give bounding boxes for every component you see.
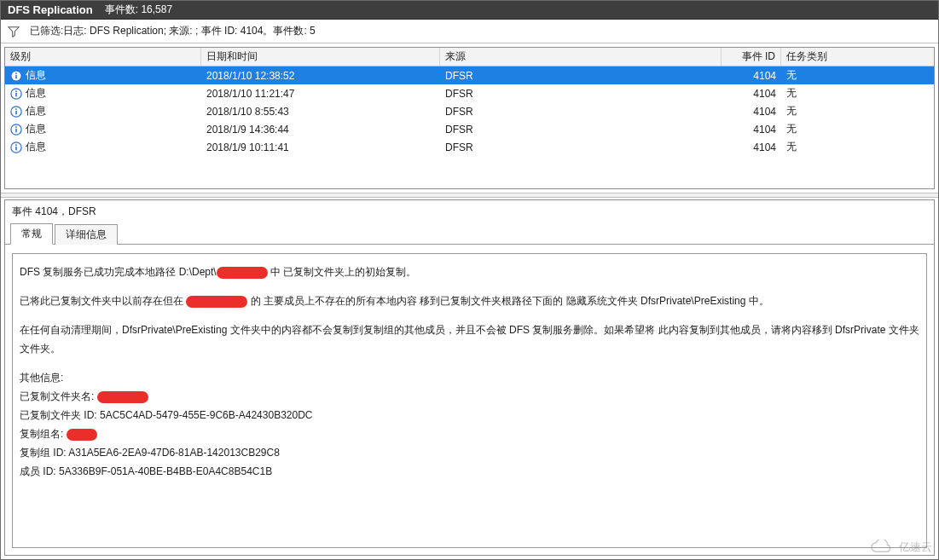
svg-rect-8 [15,108,17,110]
cell-level: 信息 [5,102,201,120]
cell-task-category: 无 [781,102,934,120]
msg-p1b: 中 已复制文件夹上的初始复制。 [270,266,416,278]
msg-other-label: 其他信息: [20,368,919,387]
info-icon [10,106,22,118]
cell-datetime: 2018/1/10 11:21:47 [201,84,440,102]
cell-datetime: 2018/1/9 14:36:44 [201,120,440,138]
svg-rect-11 [15,126,17,128]
svg-rect-1 [15,74,17,78]
cell-task-category: 无 [781,66,934,84]
cell-task-category: 无 [781,84,934,102]
cell-level-text: 信息 [26,104,46,118]
msg-folder-name-label: 已复制文件夹名: [20,390,94,402]
table-row[interactable]: 信息2018/1/10 12:38:52DFSR4104无 [5,66,934,84]
pane-splitter[interactable] [1,193,938,198]
cell-source: DFSR [440,120,722,138]
svg-rect-2 [15,72,17,74]
cell-source: DFSR [440,66,722,84]
cell-event-id: 4104 [722,120,781,138]
details-body: DFS 复制服务已成功完成本地路径 D:\Dept\ 中 已复制文件夹上的初始复… [5,245,934,555]
filter-summary: 已筛选:日志: DFS Replication; 来源: ; 事件 ID: 41… [30,24,316,38]
cell-event-id: 4104 [722,84,781,102]
cell-task-category: 无 [781,138,934,156]
msg-p2a: 已将此已复制文件夹中以前存在但在 [20,295,186,307]
details-pane: 事件 4104，DFSR 常规 详细信息 DFS 复制服务已成功完成本地路径 D… [4,199,935,556]
table-row[interactable]: 信息2018/1/9 10:11:41DFSR4104无 [5,138,934,156]
redacted [186,296,247,308]
msg-folder-id: 已复制文件夹 ID: 5AC5C4AD-5479-455E-9C6B-A4243… [20,406,919,424]
table-header: 级别 日期和时间 来源 事件 ID 任务类别 [5,48,934,66]
window-title: DFS Replication [8,3,93,16]
table-row[interactable]: 信息2018/1/10 11:21:47DFSR4104无 [5,84,934,102]
redacted [217,267,268,279]
cell-level: 信息 [5,120,201,138]
msg-p3b: 文件夹。 [20,339,919,358]
cell-event-id: 4104 [722,102,781,120]
msg-p1a: DFS 复制服务已成功完成本地路径 D:\Dept\ [20,266,217,278]
cell-datetime: 2018/1/9 10:11:41 [201,138,440,156]
msg-p3: 在任何自动清理期间，DfsrPrivate\PreExisting 文件夹中的内… [20,320,919,339]
filter-icon[interactable] [8,26,20,38]
msg-p2b: 的 主要成员上不存在的所有本地内容 移到已复制文件夹根路径下面的 隐藏系统文件夹… [251,295,769,307]
svg-rect-5 [15,90,17,92]
cell-level: 信息 [5,84,201,102]
cell-level-text: 信息 [26,140,46,154]
msg-group-id: 复制组 ID: A31A5EA6-2EA9-47D6-81AB-142013CB… [20,443,919,462]
cell-level-text: 信息 [26,122,46,136]
event-count-label: 事件数: [105,3,138,15]
col-event-id[interactable]: 事件 ID [722,48,781,66]
title-bar: DFS Replication 事件数: 16,587 [1,1,938,20]
svg-rect-7 [15,110,17,113]
cell-level-text: 信息 [26,86,46,101]
cell-level: 信息 [5,138,201,156]
msg-member-id: 成员 ID: 5A336B9F-051A-40BE-B4BB-E0A4C8B54… [20,462,919,481]
cell-source: DFSR [440,84,722,102]
svg-rect-13 [15,146,17,149]
cell-task-category: 无 [781,120,934,138]
event-list: 级别 日期和时间 来源 事件 ID 任务类别 信息2018/1/10 12:38… [4,47,935,189]
cell-datetime: 2018/1/10 12:38:52 [201,66,440,84]
info-icon [10,141,22,153]
cell-level-text: 信息 [26,68,46,83]
table-row[interactable]: 信息2018/1/9 14:36:44DFSR4104无 [5,120,934,138]
col-datetime[interactable]: 日期和时间 [201,48,440,66]
col-source[interactable]: 来源 [440,48,722,66]
details-fieldset: DFS 复制服务已成功完成本地路径 D:\Dept\ 中 已复制文件夹上的初始复… [12,253,927,548]
redacted [97,391,148,403]
info-icon [10,124,22,136]
details-message: DFS 复制服务已成功完成本地路径 D:\Dept\ 中 已复制文件夹上的初始复… [20,263,919,481]
svg-rect-4 [15,92,17,95]
details-tabs: 常规 详细信息 [5,222,934,245]
cell-source: DFSR [440,138,722,156]
list-blank-area [5,156,934,188]
col-level[interactable]: 级别 [5,48,201,66]
table-body: 信息2018/1/10 12:38:52DFSR4104无信息2018/1/10… [5,66,934,156]
cell-event-id: 4104 [722,138,781,156]
event-count: 事件数: 16,587 [105,3,172,17]
cell-source: DFSR [440,102,722,120]
info-icon [10,70,22,82]
cell-level: 信息 [5,66,201,84]
table-row[interactable]: 信息2018/1/10 8:55:43DFSR4104无 [5,102,934,120]
svg-rect-10 [15,128,17,131]
filter-bar: 已筛选:日志: DFS Replication; 来源: ; 事件 ID: 41… [1,20,938,43]
cell-datetime: 2018/1/10 8:55:43 [201,102,440,120]
details-title: 事件 4104，DFSR [5,200,934,222]
cell-event-id: 4104 [722,66,781,84]
msg-group-name-label: 复制组名: [20,428,63,440]
tab-details[interactable]: 详细信息 [55,224,118,245]
svg-rect-14 [15,144,17,146]
info-icon [10,88,22,100]
app-window: DFS Replication 事件数: 16,587 已筛选:日志: DFS … [0,0,939,560]
redacted [67,429,97,441]
col-task-category[interactable]: 任务类别 [781,48,934,66]
tab-general[interactable]: 常规 [10,223,53,245]
event-count-value: 16,587 [141,3,172,15]
